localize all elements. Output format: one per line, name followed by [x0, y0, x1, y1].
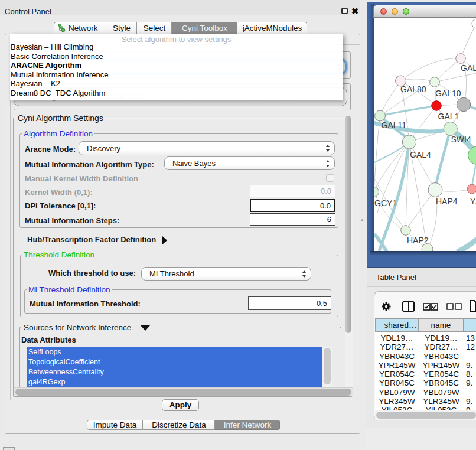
svg-text:GAL4: GAL4: [410, 150, 431, 159]
svg-text:SWI4: SWI4: [451, 135, 471, 144]
svg-text:GAL11: GAL11: [382, 120, 407, 130]
svg-text:GAL80: GAL80: [400, 84, 426, 94]
svg-text:HAP2: HAP2: [407, 236, 429, 245]
svg-text:GAL2: GAL2: [461, 63, 476, 73]
svg-text:GAL10: GAL10: [435, 89, 461, 98]
svg-text:GCY1: GCY1: [374, 198, 397, 208]
svg-text:GAL1: GAL1: [438, 112, 459, 121]
svg-text:HAP4: HAP4: [436, 197, 458, 206]
svg-text:YJ: YJ: [470, 197, 476, 206]
